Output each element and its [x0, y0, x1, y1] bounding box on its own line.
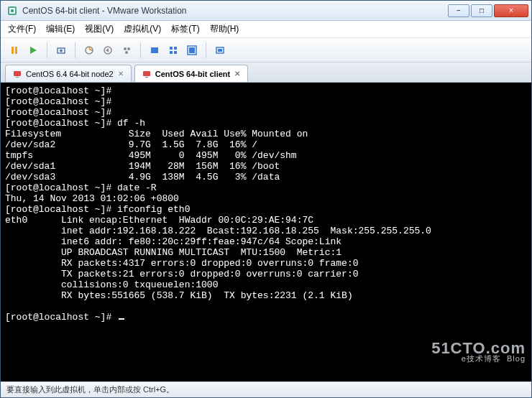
prompt: [root@localhost ~]# [5, 182, 117, 193]
svg-marker-5 [30, 47, 37, 54]
prompt: [root@localhost ~]# [5, 107, 117, 118]
svg-rect-16 [174, 47, 177, 50]
ifcfg-row: inet6 addr: fe80::20c:29ff:feae:947c/64 … [5, 236, 341, 247]
df-row: /dev/sda1 194M 28M 156M 16% /boot [5, 161, 280, 172]
menu-help[interactable]: 帮助(H) [210, 23, 239, 35]
menubar: 文件(F) 编辑(E) 视图(V) 虚拟机(V) 标签(T) 帮助(H) [1, 21, 531, 38]
svg-rect-24 [16, 77, 19, 78]
watermark-main: 51CTO.com [431, 339, 526, 357]
window-controls: − □ × [446, 4, 528, 17]
snapshot-take-button[interactable] [81, 42, 97, 58]
svg-point-13 [125, 51, 128, 54]
vm-icon [13, 70, 22, 78]
menu-view[interactable]: 视图(V) [85, 23, 114, 35]
prompt: [root@localhost ~]# [5, 204, 117, 215]
df-row: /dev/sda3 4.9G 138M 4.5G 3% /data [5, 172, 280, 182]
svg-rect-22 [218, 49, 222, 52]
separator [47, 42, 47, 58]
snapshot-manager-button[interactable] [119, 42, 134, 58]
date-output: Thu, 14 Nov 2013 01:02:06 +0800 [5, 193, 179, 204]
watermark: 51CTO.come技术博客 Blog [431, 343, 526, 364]
svg-rect-14 [151, 47, 158, 53]
play-button[interactable] [25, 42, 41, 58]
ifcfg-row: RX bytes:551665 (538.7 KiB) TX bytes:223… [5, 290, 353, 301]
menu-tabs[interactable]: 标签(T) [171, 23, 199, 35]
statusbar: 要直接输入到此虚拟机，单击内部或按 Ctrl+G。 [1, 381, 531, 397]
close-button[interactable]: × [494, 4, 528, 17]
df-row: tmpfs 495M 0 495M 0% /dev/shm [5, 150, 297, 161]
watermark-sub: e技术博客 Blog [431, 353, 526, 364]
svg-rect-3 [12, 47, 14, 54]
ifcfg-row: inet addr:192.168.18.222 Bcast:192.168.1… [5, 226, 431, 236]
svg-point-12 [127, 47, 130, 50]
window-title: CentOS 64-bit client - VMware Workstatio… [22, 6, 446, 16]
tab-node2[interactable]: CentOS 6.4 64-bit node2 ✕ [5, 65, 132, 82]
thumbnail-button[interactable] [165, 42, 181, 58]
vm-icon [142, 70, 151, 78]
unity-button[interactable] [212, 42, 228, 58]
prompt: [root@localhost ~]# [5, 85, 117, 96]
svg-point-7 [60, 49, 63, 52]
terminal[interactable]: [root@localhost ~]# [root@localhost ~]# … [1, 83, 531, 381]
cursor [119, 318, 124, 320]
maximize-button[interactable]: □ [471, 4, 492, 17]
fullscreen-button[interactable] [184, 42, 200, 58]
prompt: [root@localhost ~]# [5, 96, 117, 107]
tabbar: CentOS 6.4 64-bit node2 ✕ CentOS 64-bit … [1, 63, 531, 83]
vmware-icon [6, 5, 18, 17]
ifcfg-row: eth0 Link encap:Ethernet HWaddr 00:0C:29… [5, 215, 313, 226]
tab-label: CentOS 64-bit client [155, 70, 231, 78]
menu-edit[interactable]: 编辑(E) [46, 23, 75, 35]
separator [206, 42, 206, 58]
menu-vm[interactable]: 虚拟机(V) [124, 23, 161, 35]
tab-close-icon[interactable]: ✕ [234, 70, 240, 78]
svg-rect-18 [174, 51, 177, 54]
svg-marker-10 [106, 48, 109, 52]
pause-button[interactable] [6, 42, 22, 58]
status-text: 要直接输入到此虚拟机，单击内部或按 Ctrl+G。 [6, 384, 174, 395]
svg-rect-23 [14, 71, 21, 76]
separator [75, 42, 75, 58]
tab-client[interactable]: CentOS 64-bit client ✕ [134, 65, 249, 82]
cmd-ifconfig: ifconfig eth0 [117, 204, 190, 215]
svg-rect-20 [189, 47, 195, 53]
ifcfg-row: collisions:0 txqueuelen:1000 [5, 279, 218, 290]
ifcfg-row: UP BROADCAST RUNNING MULTICAST MTU:1500 … [5, 247, 341, 258]
svg-rect-4 [15, 47, 17, 54]
svg-point-11 [124, 47, 127, 50]
svg-rect-17 [170, 51, 173, 54]
cmd-date: date -R [117, 182, 157, 193]
tab-label: CentOS 6.4 64-bit node2 [26, 70, 114, 78]
show-console-button[interactable] [147, 42, 162, 58]
snapshot-button[interactable] [53, 42, 69, 58]
snapshot-revert-button[interactable] [100, 42, 116, 58]
app-window: CentOS 64-bit client - VMware Workstatio… [0, 0, 532, 398]
prompt: [root@localhost ~]# [5, 312, 117, 323]
minimize-button[interactable]: − [448, 4, 469, 17]
df-row: /dev/sda2 9.7G 1.5G 7.8G 16% / [5, 139, 257, 150]
svg-rect-2 [11, 9, 14, 12]
titlebar[interactable]: CentOS 64-bit client - VMware Workstatio… [1, 1, 531, 21]
svg-rect-25 [143, 71, 150, 76]
svg-rect-26 [145, 77, 148, 78]
cmd-df: df -h [117, 118, 145, 129]
ifcfg-row: TX packets:21 errors:0 dropped:0 overrun… [5, 269, 358, 279]
menu-file[interactable]: 文件(F) [8, 23, 36, 35]
ifcfg-row: RX packets:4317 errors:0 dropped:0 overr… [5, 258, 358, 269]
prompt: [root@localhost ~]# [5, 118, 117, 129]
svg-rect-15 [170, 47, 173, 50]
separator [140, 42, 141, 58]
df-header: Filesystem Size Used Avail Use% Mounted … [5, 129, 308, 139]
toolbar [1, 38, 531, 63]
tab-close-icon[interactable]: ✕ [118, 70, 124, 78]
